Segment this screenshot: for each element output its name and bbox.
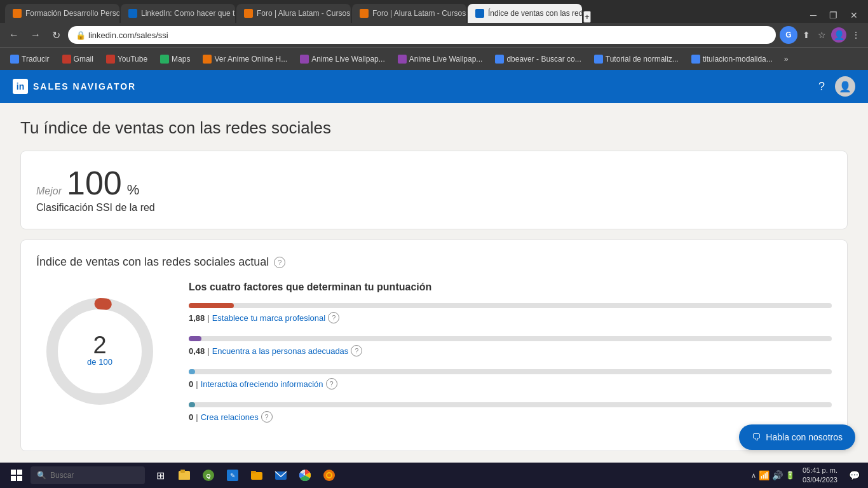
- factor-4-bar-bg: [189, 402, 832, 407]
- bookmark-gmail[interactable]: Gmail: [57, 52, 98, 66]
- bookmark-titulacion[interactable]: titulacion-modalida...: [686, 52, 778, 66]
- bookmark-maps-favicon: [160, 55, 169, 64]
- page-title: Tu índice de ventas con las redes social…: [20, 118, 848, 138]
- tray-sound-icon[interactable]: 🔊: [772, 470, 783, 480]
- bookmark-button[interactable]: ☆: [815, 27, 829, 43]
- bookmark-anime-wallpap2-label: Anime Live Wallpap...: [409, 55, 483, 64]
- start-grid-cell-2: [17, 470, 22, 475]
- bookmark-anime1-favicon: [203, 55, 212, 64]
- tray-network-icon[interactable]: 📶: [759, 470, 770, 480]
- profile-button[interactable]: 👤: [831, 27, 846, 43]
- factor-2-help[interactable]: ?: [351, 345, 362, 356]
- factor-4-bar-fill: [189, 402, 195, 407]
- bookmark-titulacion-favicon: [691, 55, 700, 64]
- bookmark-anime-wallpap1[interactable]: Anime Live Wallpap...: [295, 52, 390, 66]
- google-icon[interactable]: G: [780, 26, 797, 44]
- files-icon-svg: [177, 468, 191, 482]
- factor-3-separator: |: [196, 379, 198, 389]
- linkedin-icon: in: [13, 79, 28, 94]
- taskbar-icons: ⊞ Q ✎: [150, 465, 339, 485]
- taskbar-email-icon[interactable]: [271, 465, 291, 485]
- folder-icon-svg: [250, 468, 264, 482]
- forward-button[interactable]: →: [27, 27, 44, 43]
- bookmark-dbeaver[interactable]: dbeaver - Buscar co...: [490, 52, 586, 66]
- bookmark-anime-wallpap2[interactable]: Anime Live Wallpap...: [393, 52, 488, 66]
- address-bar[interactable]: 🔒 linkedin.com/sales/ssi: [68, 26, 776, 44]
- bookmark-traducir[interactable]: Traducir: [5, 52, 55, 66]
- bookmark-gmail-favicon: [62, 55, 71, 64]
- tab-4-favicon: [360, 9, 369, 18]
- factor-1-name[interactable]: Establece tu marca profesional: [212, 313, 325, 323]
- bookmark-maps-label: Maps: [172, 55, 190, 64]
- taskbar-view-button[interactable]: ⊞: [150, 465, 170, 485]
- bookmark-anime-wallpap2-favicon: [398, 55, 407, 64]
- donut-score: 2: [87, 333, 112, 357]
- tab-1[interactable]: Formación Desarrollo Person... ✕: [5, 4, 119, 23]
- donut-chart-container: 2 de 100: [36, 281, 163, 421]
- factor-1-help[interactable]: ?: [328, 312, 339, 323]
- chat-button-label: Habla con nosotros: [766, 432, 843, 442]
- avatar-button[interactable]: 👤: [835, 76, 855, 97]
- factor-1-score: 1,88: [189, 313, 205, 323]
- factor-3-help[interactable]: ?: [326, 378, 337, 390]
- factor-item-1: 1,88 | Establece tu marca profesional ?: [189, 303, 832, 323]
- bookmark-anime1-label: Ver Anime Online H...: [214, 55, 287, 64]
- close-window-button[interactable]: ✕: [845, 8, 863, 23]
- bookmark-tutorial[interactable]: Tutorial de normaliz...: [589, 52, 684, 66]
- tab-3[interactable]: Foro | Alura Latam - Cursos d... ✕: [236, 4, 351, 23]
- factors-panel: Los cuatro factores que determinan tu pu…: [189, 281, 832, 435]
- bookmark-anime-wallpap1-label: Anime Live Wallpap...: [311, 55, 385, 64]
- taskbar-folder-icon[interactable]: [247, 465, 267, 485]
- maximize-button[interactable]: ❐: [824, 8, 843, 23]
- factor-4-help[interactable]: ?: [261, 411, 273, 423]
- tab-5-favicon: [475, 9, 484, 18]
- score-card: Mejor 100 % Clasificación SSI de la red: [20, 151, 848, 229]
- start-button[interactable]: [5, 464, 28, 487]
- menu-button[interactable]: ⋮: [849, 27, 863, 43]
- more-bookmarks[interactable]: »: [780, 52, 792, 66]
- reload-button[interactable]: ↻: [48, 27, 64, 44]
- bookmark-anime-wallpap1-favicon: [300, 55, 309, 64]
- tab-4[interactable]: Foro | Alura Latam - Cursos d... ✕: [352, 4, 466, 23]
- taskbar-clock[interactable]: 05:41 p. m. 03/04/2023: [797, 466, 843, 485]
- notification-button[interactable]: 💬: [845, 466, 863, 484]
- taskbar: 🔍 ⊞ Q ✎: [0, 463, 868, 488]
- start-grid: [11, 470, 22, 481]
- taskbar-edit-icon[interactable]: ✎: [222, 465, 243, 485]
- factor-4-name[interactable]: Crea relaciones: [201, 412, 259, 422]
- taskbar-qgis-icon[interactable]: Q: [198, 465, 219, 485]
- start-grid-cell-4: [17, 476, 22, 481]
- bookmark-youtube[interactable]: YouTube: [101, 52, 153, 66]
- minimize-button[interactable]: ─: [805, 8, 822, 23]
- svg-text:✎: ✎: [230, 472, 235, 479]
- search-taskbar-input[interactable]: [50, 471, 126, 480]
- taskbar-files-icon[interactable]: [174, 465, 194, 485]
- factor-1-bar-fill: [189, 303, 234, 308]
- ssi-content: 2 de 100 Los cuatro factores que determi…: [36, 281, 832, 435]
- factor-2-bar-bg: [189, 336, 832, 341]
- factor-2-name[interactable]: Encuentra a las personas adecuadas: [212, 346, 349, 356]
- ssi-help-icon[interactable]: ?: [274, 257, 285, 268]
- bookmark-traducir-label: Traducir: [22, 55, 50, 64]
- taskbar-search[interactable]: 🔍: [31, 466, 145, 484]
- bookmark-maps[interactable]: Maps: [155, 52, 195, 66]
- tab-2[interactable]: LinkedIn: Como hacer que tu... ✕: [121, 4, 235, 23]
- linkedin-header: in SALES NAVIGATOR ? 👤: [0, 70, 868, 103]
- factors-title: Los cuatro factores que determinan tu pu…: [189, 281, 832, 293]
- tray-battery-icon[interactable]: 🔋: [785, 471, 795, 480]
- browser-actions: G ⬆ ☆ 👤 ⋮: [780, 26, 863, 44]
- taskbar-chrome-icon[interactable]: [295, 465, 315, 485]
- score-number: 100: [67, 166, 122, 200]
- browser-chrome: Formación Desarrollo Person... ✕ LinkedI…: [0, 0, 868, 70]
- back-button[interactable]: ←: [5, 27, 23, 43]
- new-tab-button[interactable]: +: [583, 11, 591, 23]
- taskbar-firefox-icon[interactable]: [319, 465, 339, 485]
- help-button[interactable]: ?: [818, 80, 825, 93]
- bookmark-anime1[interactable]: Ver Anime Online H...: [198, 52, 292, 66]
- factor-2-score: 0,48: [189, 346, 205, 356]
- share-button[interactable]: ⬆: [800, 27, 813, 43]
- tray-up-icon[interactable]: ∧: [751, 471, 756, 480]
- factor-3-name[interactable]: Interactúa ofreciendo información: [201, 379, 323, 389]
- tab-5[interactable]: Índice de ventas con las rede... ✕: [468, 4, 582, 23]
- chat-button[interactable]: 🗨 Habla con nosotros: [739, 424, 855, 450]
